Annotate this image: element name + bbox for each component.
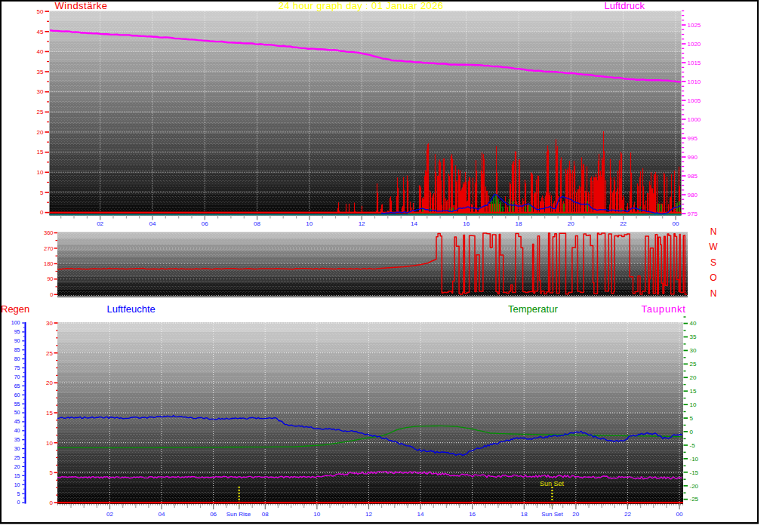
svg-text:O: O [710,272,716,283]
svg-text:24 hour graph day : 01 Januar: 24 hour graph day : 01 Januar 2026 [279,0,444,11]
svg-text:20: 20 [568,220,574,227]
svg-text:5: 5 [50,469,54,476]
svg-text:1020: 1020 [688,41,701,48]
svg-text:20: 20 [690,374,697,381]
svg-text:0: 0 [50,500,54,506]
svg-text:980: 980 [688,192,698,198]
svg-text:60: 60 [14,392,20,398]
svg-text:22: 22 [620,220,627,227]
svg-text:02: 02 [97,220,103,227]
svg-text:990: 990 [688,154,698,161]
svg-text:30: 30 [14,446,20,451]
svg-text:5: 5 [17,491,20,497]
svg-text:-15: -15 [690,469,699,476]
svg-text:100: 100 [11,320,20,325]
svg-text:40: 40 [37,48,44,55]
svg-text:Taupunkt: Taupunkt [642,303,686,315]
svg-text:S: S [710,257,716,268]
svg-text:15: 15 [46,410,53,417]
svg-text:04: 04 [159,511,165,518]
svg-text:95: 95 [14,329,20,334]
svg-text:04: 04 [149,220,156,227]
svg-text:360: 360 [44,229,54,236]
svg-text:10: 10 [14,482,20,487]
svg-text:18: 18 [521,511,528,518]
svg-text:80: 80 [14,356,20,361]
svg-text:5: 5 [690,415,694,422]
svg-text:90: 90 [14,338,20,343]
svg-text:18: 18 [516,220,522,227]
svg-text:08: 08 [254,220,260,227]
svg-text:22: 22 [624,511,631,518]
svg-text:02: 02 [106,511,113,518]
svg-text:08: 08 [262,511,269,518]
svg-text:Luftfeuchte: Luftfeuchte [107,303,156,315]
svg-text:30: 30 [46,320,53,327]
svg-text:30: 30 [37,88,44,95]
svg-text:0: 0 [690,429,694,435]
svg-text:1010: 1010 [688,78,701,85]
svg-text:985: 985 [688,173,698,180]
svg-text:15: 15 [14,473,20,478]
svg-text:5: 5 [40,189,44,196]
svg-text:N: N [710,288,717,299]
svg-text:50: 50 [37,8,44,15]
svg-text:Regen: Regen [1,303,29,315]
svg-text:20: 20 [37,129,44,136]
svg-text:35: 35 [690,334,697,340]
svg-text:25: 25 [14,455,20,460]
svg-text:25: 25 [46,350,53,357]
svg-text:50: 50 [14,410,20,415]
svg-text:20: 20 [46,380,53,386]
svg-text:1005: 1005 [688,97,701,104]
svg-text:25: 25 [690,361,697,367]
svg-text:975: 975 [688,211,698,217]
svg-text:-10: -10 [690,456,699,463]
svg-text:16: 16 [463,220,470,227]
svg-text:0: 0 [50,291,53,298]
svg-text:20: 20 [572,511,579,518]
svg-text:0: 0 [17,500,20,505]
svg-text:-25: -25 [690,496,699,503]
svg-text:180: 180 [44,260,54,267]
svg-text:70: 70 [14,374,20,380]
svg-text:15: 15 [37,149,44,155]
svg-text:90: 90 [47,275,53,282]
svg-text:14: 14 [417,511,424,518]
svg-text:-20: -20 [690,483,699,490]
svg-text:Luftdruck: Luftdruck [605,0,645,11]
svg-text:Sun Set: Sun Set [540,480,565,487]
svg-text:N: N [710,226,717,237]
svg-text:12: 12 [365,511,372,518]
svg-text:85: 85 [14,347,20,352]
svg-text:65: 65 [14,383,20,389]
svg-text:14: 14 [411,220,417,227]
svg-text:Sun Rise: Sun Rise [226,511,251,518]
svg-text:10: 10 [690,401,697,408]
svg-text:30: 30 [690,347,697,354]
svg-text:1000: 1000 [688,116,701,123]
svg-text:40: 40 [690,320,697,327]
svg-text:55: 55 [14,401,20,407]
svg-text:10: 10 [46,440,53,447]
svg-text:35: 35 [14,437,20,442]
svg-text:1025: 1025 [688,22,701,29]
svg-text:Windstärke: Windstärke [55,0,108,11]
svg-text:06: 06 [210,511,217,518]
svg-text:45: 45 [37,29,44,35]
svg-text:25: 25 [37,109,44,115]
svg-text:Sun Set: Sun Set [541,511,563,518]
svg-text:W: W [709,241,718,252]
svg-text:15: 15 [690,388,697,395]
svg-text:75: 75 [14,365,20,371]
svg-text:40: 40 [14,428,20,433]
svg-text:-5: -5 [690,442,696,449]
svg-text:00: 00 [672,220,679,227]
svg-text:Temperatur: Temperatur [508,303,558,315]
svg-text:45: 45 [14,419,20,424]
svg-text:10: 10 [313,511,320,518]
svg-text:12: 12 [359,220,365,227]
svg-text:10: 10 [37,169,44,176]
svg-text:0: 0 [40,209,44,216]
svg-text:00: 00 [676,511,683,518]
